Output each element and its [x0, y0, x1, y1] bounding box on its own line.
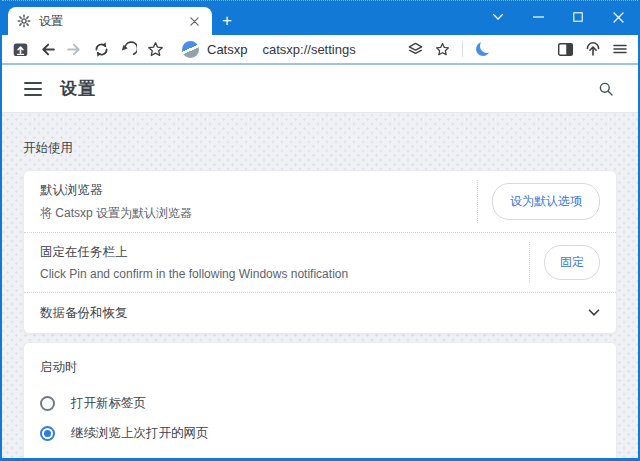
address-bar[interactable]: catsxp://settings — [262, 42, 402, 57]
dark-mode-button[interactable] — [469, 36, 496, 62]
plus-icon: + — [222, 11, 232, 31]
settings-header: 设置 — [2, 65, 638, 113]
page-title: 设置 — [60, 77, 96, 100]
forward-button[interactable] — [61, 36, 88, 62]
upload-box-button[interactable] — [7, 36, 34, 62]
search-button[interactable] — [598, 81, 614, 97]
site-chip-label[interactable]: Catsxp — [207, 42, 247, 57]
row-subtitle: 将 Catsxp 设置为默认浏览器 — [40, 205, 477, 222]
backup-restore-row[interactable]: 数据备份和恢复 — [24, 293, 616, 333]
settings-content: 开始使用 默认浏览器 将 Catsxp 设置为默认浏览器 设为默认选项 固定在任… — [2, 113, 638, 458]
sidebar-button[interactable] — [552, 36, 579, 62]
row-title: 默认浏览器 — [40, 182, 477, 199]
get-started-card: 默认浏览器 将 Catsxp 设置为默认浏览器 设为默认选项 固定在任务栏上 C… — [23, 170, 617, 334]
on-startup-card: 启动时 打开新标签页 继续浏览上次打开的网页 — [23, 342, 617, 458]
row-separator — [529, 242, 530, 283]
tab-title: 设置 — [39, 13, 185, 30]
set-default-button[interactable]: 设为默认选项 — [492, 183, 600, 220]
radio-icon[interactable] — [40, 396, 55, 411]
chevron-down-icon — [588, 309, 600, 317]
radio-icon[interactable] — [40, 426, 55, 441]
chevron-down-icon — [492, 13, 504, 21]
settings-page: 设置 开始使用 默认浏览器 将 Catsxp 设置为默认浏览器 — [2, 65, 638, 458]
close-window-button[interactable] — [598, 2, 638, 32]
settings-menu-button[interactable] — [24, 82, 42, 96]
toolbar: Catsxp catsxp://settings — [2, 35, 638, 63]
close-icon — [613, 12, 624, 23]
browser-window: 设置 + — [0, 0, 640, 461]
bookmark-button[interactable] — [429, 36, 456, 62]
menu-button[interactable] — [606, 36, 633, 62]
layers-icon — [407, 41, 424, 58]
pin-button[interactable]: 固定 — [544, 245, 600, 280]
row-subtitle: Click Pin and confirm in the following W… — [40, 267, 529, 281]
undo-icon — [120, 41, 137, 58]
option-label: 继续浏览上次打开的网页 — [71, 425, 209, 442]
layers-button[interactable] — [402, 36, 429, 62]
new-tab-button[interactable]: + — [212, 7, 242, 35]
startup-option-continue[interactable]: 继续浏览上次打开的网页 — [40, 418, 600, 448]
bookmark-star-icon — [435, 42, 450, 57]
startup-option-new-tab[interactable]: 打开新标签页 — [40, 388, 600, 418]
upload-box-icon — [12, 41, 29, 58]
download-dome-icon — [584, 40, 602, 58]
search-icon — [598, 81, 614, 97]
minimize-button[interactable] — [518, 2, 558, 32]
section-label-get-started: 开始使用 — [23, 140, 617, 157]
forward-icon — [66, 41, 83, 58]
titlebar-chevron-button[interactable] — [478, 2, 518, 32]
star-icon — [147, 41, 164, 58]
catsxp-logo-icon — [182, 41, 199, 58]
row-separator — [477, 180, 478, 223]
window-controls — [478, 2, 638, 32]
menu-icon — [612, 41, 628, 57]
close-icon — [190, 17, 199, 26]
back-icon — [39, 41, 56, 58]
tab-settings[interactable]: 设置 — [8, 7, 212, 35]
pin-taskbar-row: 固定在任务栏上 Click Pin and confirm in the fol… — [24, 233, 616, 292]
gear-icon — [17, 14, 31, 28]
maximize-icon — [573, 12, 583, 22]
on-startup-label: 启动时 — [24, 343, 616, 378]
download-button[interactable] — [579, 36, 606, 62]
default-browser-row: 默认浏览器 将 Catsxp 设置为默认浏览器 设为默认选项 — [24, 171, 616, 232]
maximize-button[interactable] — [558, 2, 598, 32]
home-star-button[interactable] — [142, 36, 169, 62]
toolbar-separator — [462, 41, 463, 57]
row-title: 数据备份和恢复 — [40, 305, 128, 322]
tab-close-button[interactable] — [185, 12, 203, 30]
refresh-icon — [93, 41, 110, 58]
row-title: 固定在任务栏上 — [40, 244, 529, 261]
undo-button[interactable] — [115, 36, 142, 62]
refresh-button[interactable] — [88, 36, 115, 62]
sidebar-icon — [557, 41, 574, 58]
titlebar: 设置 + — [2, 0, 638, 35]
back-button[interactable] — [34, 36, 61, 62]
moon-icon — [476, 42, 490, 56]
minimize-icon — [533, 16, 544, 18]
option-label: 打开新标签页 — [71, 395, 146, 412]
hamburger-icon — [24, 82, 42, 84]
